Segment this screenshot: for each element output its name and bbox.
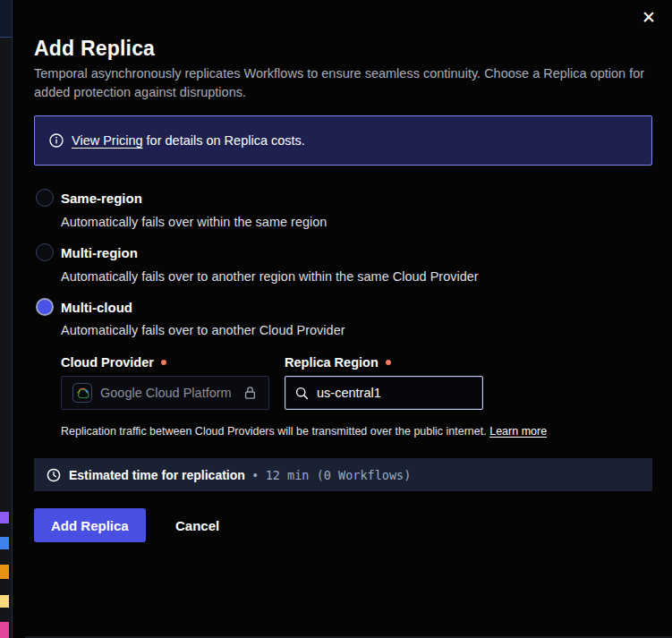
cloud-provider-value: Google Cloud Platform	[100, 386, 232, 400]
required-dot	[161, 360, 166, 365]
option-desc-same-region: Automatically fails over within the same…	[61, 215, 327, 229]
backdrop-stripe-orange	[0, 565, 9, 579]
backdrop-stripe-blue	[0, 537, 9, 549]
add-replica-modal-screen: ✕ Add Replica Temporal asynchronously re…	[0, 0, 672, 638]
radio-multi-region[interactable]	[36, 243, 54, 261]
backdrop-stripe-purple	[0, 512, 9, 523]
search-icon	[295, 387, 309, 400]
option-label-multi-region[interactable]: Multi-region	[61, 245, 138, 260]
option-label-multi-cloud[interactable]: Multi-cloud	[61, 300, 132, 315]
required-dot	[386, 360, 391, 365]
google-cloud-icon	[72, 383, 92, 403]
add-replica-button[interactable]: Add Replica	[34, 508, 146, 542]
replica-region-value: us-central1	[317, 386, 381, 400]
pricing-info-banner: View Pricing for details on Replica cost…	[34, 115, 652, 166]
cloud-provider-select: Google Cloud Platform	[61, 376, 269, 410]
backdrop-stripe-yellow	[0, 595, 9, 608]
modal-title: Add Replica	[34, 37, 155, 61]
backdrop-stripe-pink	[0, 622, 9, 638]
close-icon[interactable]: ✕	[638, 7, 659, 29]
page-backdrop-strip	[0, 0, 13, 638]
info-icon	[49, 133, 64, 148]
backdrop-header-block	[0, 0, 12, 38]
estimate-label: Estimated time for replication	[69, 468, 245, 482]
cancel-button[interactable]: Cancel	[165, 508, 230, 542]
learn-more-link[interactable]: Learn more	[489, 425, 547, 438]
add-replica-modal: ✕ Add Replica Temporal asynchronously re…	[13, 0, 672, 638]
radio-multi-cloud[interactable]	[36, 298, 54, 316]
public-internet-note: Replication traffic between Cloud Provid…	[61, 425, 547, 438]
pricing-banner-text: View Pricing for details on Replica cost…	[72, 133, 305, 148]
option-desc-multi-cloud: Automatically fails over to another Clou…	[61, 323, 345, 337]
radio-same-region[interactable]	[36, 189, 54, 207]
option-desc-multi-region: Automatically fails over to another regi…	[61, 269, 479, 284]
estimate-separator: •	[253, 468, 258, 482]
cloud-provider-label: Cloud Provider	[61, 355, 166, 370]
modal-description: Temporal asynchronously replicates Workf…	[34, 64, 657, 102]
replica-region-label: Replica Region	[285, 355, 391, 370]
clock-icon	[47, 468, 61, 482]
view-pricing-link[interactable]: View Pricing	[72, 133, 143, 148]
replica-region-input[interactable]: us-central1	[285, 376, 483, 410]
estimate-time-banner: Estimated time for replication • 12 min …	[34, 458, 652, 491]
lock-icon	[243, 386, 257, 400]
estimate-value: 12 min (0 Workflows)	[266, 468, 412, 482]
option-label-same-region[interactable]: Same-region	[61, 191, 142, 206]
